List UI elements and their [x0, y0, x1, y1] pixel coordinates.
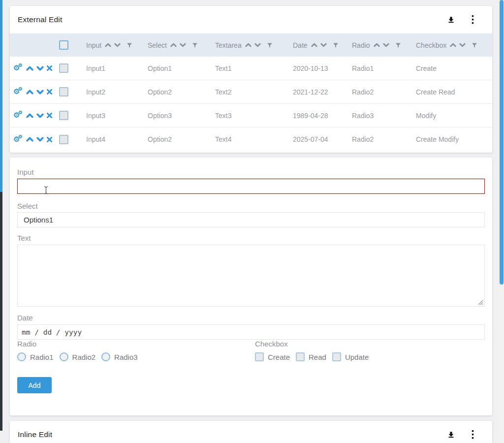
cell-date: 2021-12-22	[293, 88, 352, 96]
sort-desc-icon[interactable]	[254, 43, 261, 47]
table-header-cell-checkbox: Checkbox	[416, 41, 492, 49]
sort-asc-icon[interactable]	[105, 43, 111, 47]
column-label: Input	[86, 41, 101, 49]
row-move-down-button[interactable]	[36, 137, 44, 142]
row-move-up-button[interactable]	[26, 66, 33, 71]
radio-option-radio1[interactable]	[17, 352, 26, 361]
cell-input: Input3	[86, 112, 148, 120]
cell-input: Input2	[86, 88, 148, 96]
select-field[interactable]: Options1	[17, 212, 485, 227]
checkbox-option-read[interactable]	[296, 352, 305, 361]
cogs-icon: ⚙	[18, 87, 23, 92]
row-settings-button[interactable]: ⚙⚙	[14, 88, 23, 96]
select-value: Options1	[24, 216, 53, 224]
sort-asc-icon[interactable]	[170, 43, 177, 47]
sort-desc-icon[interactable]	[459, 43, 466, 47]
more-menu-button[interactable]	[468, 430, 477, 440]
radio-option-label: Radio3	[114, 353, 138, 361]
cell-checkbox: Modify	[416, 112, 492, 120]
cell-checkbox: Create Read	[416, 88, 492, 96]
resize-grip-icon[interactable]	[478, 300, 483, 305]
column-label: Checkbox	[416, 41, 446, 49]
cell-textarea: Text2	[215, 88, 293, 96]
filter-icon[interactable]	[472, 42, 477, 48]
add-button[interactable]: Add	[17, 377, 52, 393]
page-scrollbar-track[interactable]	[499, 0, 504, 443]
column-label: Textarea	[215, 41, 242, 49]
card-header: Inline Edit	[10, 421, 492, 443]
kebab-menu-icon	[472, 15, 474, 24]
text-cursor-pointer	[43, 186, 49, 194]
row-move-down-button[interactable]	[36, 113, 44, 118]
cell-input: Input1	[86, 64, 148, 72]
sort-desc-icon[interactable]	[320, 43, 327, 47]
row-delete-button[interactable]	[47, 65, 52, 71]
cell-checkbox: Create Modify	[416, 135, 492, 143]
column-label: Date	[293, 41, 308, 49]
cell-checkbox: Create	[416, 64, 492, 72]
filter-icon[interactable]	[267, 42, 273, 48]
select-label: Select	[17, 202, 485, 211]
sort-asc-icon[interactable]	[450, 43, 456, 47]
checkbox-option-label: Read	[309, 353, 326, 361]
date-field[interactable]: mm / dd / yyyy	[17, 324, 485, 340]
table-header-cell-date: Date	[293, 41, 352, 49]
page-scrollbar-thumb[interactable]	[500, 0, 504, 285]
download-button[interactable]	[446, 15, 456, 25]
sort-desc-icon[interactable]	[180, 43, 186, 47]
radio-option-label: Radio1	[30, 353, 54, 361]
row-checkbox[interactable]	[59, 111, 68, 120]
row-settings-button[interactable]: ⚙⚙	[14, 111, 23, 120]
cell-date: 2020-10-13	[293, 64, 352, 72]
textarea-field[interactable]	[17, 245, 485, 307]
sort-desc-icon[interactable]	[114, 43, 121, 47]
card-title: External Edit	[18, 15, 62, 24]
sort-asc-icon[interactable]	[374, 43, 380, 47]
row-delete-button[interactable]	[47, 137, 52, 142]
cell-textarea: Text4	[215, 135, 293, 143]
table-header-cell-radio: Radio	[352, 41, 416, 49]
row-settings-button[interactable]: ⚙⚙	[14, 64, 23, 72]
row-move-down-button[interactable]	[36, 90, 44, 95]
cogs-icon: ⚙	[18, 134, 23, 139]
row-checkbox[interactable]	[59, 87, 68, 96]
input-field[interactable]	[17, 179, 485, 194]
row-move-up-button[interactable]	[26, 113, 33, 118]
sort-desc-icon[interactable]	[383, 43, 389, 47]
filter-icon[interactable]	[192, 42, 198, 48]
input-label: Input	[17, 168, 485, 177]
row-settings-button[interactable]: ⚙⚙	[14, 135, 23, 144]
row-delete-button[interactable]	[47, 113, 52, 118]
row-move-up-button[interactable]	[26, 90, 33, 95]
cell-input: Input4	[86, 135, 148, 143]
sort-asc-icon[interactable]	[311, 43, 317, 47]
filter-icon[interactable]	[395, 42, 401, 48]
row-move-up-button[interactable]	[26, 137, 33, 142]
sidebar-edge	[0, 192, 2, 431]
cell-select: Option3	[148, 112, 215, 120]
download-button[interactable]	[446, 430, 456, 440]
radio-option-radio2[interactable]	[60, 352, 68, 361]
table-header-row: Input Select Textarea Date	[10, 33, 492, 57]
download-icon	[447, 431, 455, 439]
date-label: Date	[17, 314, 485, 322]
more-menu-button[interactable]	[468, 15, 477, 25]
card-title: Inline Edit	[18, 430, 52, 439]
date-placeholder: mm / dd / yyyy	[22, 328, 82, 336]
sidebar-scroll-thumb[interactable]	[0, 0, 2, 192]
row-checkbox[interactable]	[59, 135, 68, 144]
checkbox-option-update[interactable]	[332, 352, 341, 361]
row-delete-button[interactable]	[47, 89, 52, 95]
cell-radio: Radio2	[352, 88, 416, 96]
row-move-down-button[interactable]	[36, 66, 44, 71]
table-row: ⚙⚙ Input3 Option3 Text3 1989-04-28 Radio…	[10, 104, 492, 127]
sort-asc-icon[interactable]	[245, 43, 252, 47]
card-header: External Edit	[10, 6, 492, 33]
checkbox-option-create[interactable]	[255, 352, 264, 361]
filter-icon[interactable]	[126, 42, 132, 48]
row-checkbox[interactable]	[59, 63, 68, 73]
radio-option-radio3[interactable]	[101, 352, 110, 361]
filter-icon[interactable]	[333, 42, 339, 48]
select-all-checkbox[interactable]	[59, 40, 68, 50]
cell-date: 1989-04-28	[293, 112, 352, 120]
